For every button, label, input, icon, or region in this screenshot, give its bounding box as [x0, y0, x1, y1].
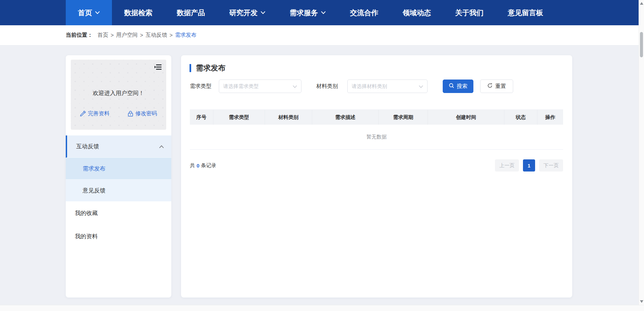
edit-icon: [80, 111, 86, 117]
material-type-label: 材料类别: [316, 80, 338, 93]
chevron-down-icon: [95, 11, 100, 14]
nav-item-label: 领域动态: [403, 8, 431, 18]
column-header-index: 序号: [190, 110, 213, 125]
demand-type-label: 需求类型: [190, 80, 211, 93]
page-title: 需求发布: [196, 63, 226, 73]
column-header-status: 状态: [504, 110, 537, 125]
breadcrumb-home[interactable]: 首页: [97, 32, 108, 39]
material-type-select[interactable]: 请选择材料类别: [347, 80, 428, 93]
table-header: 序号 需求类型 材料类别 需求描述 需求周期 创建时间 状态 操作: [190, 110, 563, 125]
chevron-down-icon: [293, 83, 297, 89]
record-count-prefix: 共: [190, 162, 195, 169]
nav-item-demand-service[interactable]: 需求服务: [277, 0, 338, 25]
sidebar-menu: 互动反馈 需求发布 意见反馈 我的收藏 我的资料: [66, 135, 171, 248]
select-placeholder: 请选择需求类型: [223, 83, 259, 90]
sidebar-item-demand-publish[interactable]: 需求发布: [66, 158, 171, 180]
breadcrumb-current[interactable]: 需求发布: [175, 32, 197, 39]
pagination: 上一页 1 下一页: [495, 159, 563, 172]
sidebar-item-opinion-feedback[interactable]: 意见反馈: [66, 180, 171, 201]
quick-links: 完善资料 修改密码: [71, 110, 166, 117]
nav-item-data-search[interactable]: 数据检索: [112, 0, 165, 25]
scrollbar-down-icon[interactable]: [640, 300, 643, 303]
vertical-scrollbar-thumb[interactable]: [640, 32, 643, 57]
nav-item-about-us[interactable]: 关于我们: [443, 0, 496, 25]
complete-profile-link[interactable]: 完善资料: [71, 110, 119, 117]
nav-item-message-board[interactable]: 意见留言板: [496, 0, 555, 25]
record-count-number: 0: [197, 163, 199, 168]
chevron-down-icon: [261, 11, 265, 14]
sidebar-item-label: 需求发布: [83, 165, 106, 173]
sidebar-item-my-favorites[interactable]: 我的收藏: [66, 201, 171, 225]
breadcrumb: 当前位置： 首页 > 用户空间 > 互动反馈 > 需求发布: [0, 25, 639, 45]
section-title: 需求发布: [189, 63, 226, 73]
prev-page-button[interactable]: 上一页: [495, 159, 519, 172]
nav-item-label: 意见留言板: [508, 8, 543, 18]
column-header-actions: 操作: [537, 110, 563, 125]
record-count-suffix: 条记录: [201, 162, 216, 169]
column-header-created: 创建时间: [428, 110, 504, 125]
next-page-button[interactable]: 下一页: [539, 159, 563, 172]
lock-icon: [128, 111, 133, 117]
table-empty-state: 暂无数据: [190, 125, 563, 150]
main-panel: 需求发布 需求类型 请选择需求类型 材料类别 请选择材料类别 搜索: [181, 55, 572, 298]
nav-item-label: 研究开发: [229, 8, 258, 18]
breadcrumb-feedback[interactable]: 互动反馈: [146, 32, 167, 39]
column-header-demand-type: 需求类型: [213, 110, 265, 125]
sidebar-item-interactive-feedback[interactable]: 互动反馈: [66, 135, 171, 158]
breadcrumb-separator: >: [111, 32, 114, 38]
search-button[interactable]: 搜索: [443, 80, 473, 93]
demand-type-select[interactable]: 请选择需求类型: [219, 80, 301, 93]
nav-item-label: 首页: [78, 8, 92, 18]
nav-item-label: 数据产品: [177, 8, 205, 18]
title-accent-bar: [189, 64, 191, 72]
breadcrumb-user-space[interactable]: 用户空间: [116, 32, 138, 39]
chevron-down-icon: [321, 11, 326, 14]
select-placeholder: 请选择材料类别: [352, 83, 387, 90]
search-button-label: 搜索: [457, 83, 468, 90]
refresh-icon: [487, 83, 493, 90]
collapse-menu-icon[interactable]: [154, 63, 162, 71]
reset-button-label: 重置: [495, 83, 506, 90]
breadcrumb-separator: >: [140, 32, 143, 38]
nav-item-home[interactable]: 首页: [66, 0, 112, 25]
sidebar-item-label: 我的资料: [75, 232, 98, 240]
sidebar-item-label: 互动反馈: [76, 143, 99, 150]
welcome-text: 欢迎进入用户空间！: [71, 89, 166, 97]
page-number-1[interactable]: 1: [523, 159, 535, 172]
sidebar: 欢迎进入用户空间！ 完善资料 修改密码 互动反馈 需求发布: [66, 55, 171, 298]
sidebar-item-label: 我的收藏: [75, 209, 98, 217]
nav-item-label: 交流合作: [350, 8, 378, 18]
nav-item-label: 关于我们: [455, 8, 484, 18]
scrollbar-up-icon[interactable]: [640, 2, 643, 5]
breadcrumb-separator: >: [170, 32, 173, 38]
change-password-link[interactable]: 修改密码: [119, 110, 167, 117]
reset-button[interactable]: 重置: [480, 80, 513, 93]
vertical-scrollbar[interactable]: [639, 0, 644, 305]
column-header-description: 需求描述: [312, 110, 379, 125]
nav-item-label: 需求服务: [290, 8, 318, 18]
filter-row: 需求类型 请选择需求类型 材料类别 请选择材料类别 搜索 重置: [181, 80, 572, 93]
welcome-panel: 欢迎进入用户空间！ 完善资料 修改密码: [71, 60, 166, 130]
demand-table: 序号 需求类型 材料类别 需求描述 需求周期 创建时间 状态 操作 暂无数据: [190, 110, 563, 150]
chevron-up-icon: [159, 143, 164, 150]
quick-link-label: 修改密码: [136, 110, 157, 117]
sidebar-item-label: 意见反馈: [83, 187, 106, 194]
nav-item-cooperation[interactable]: 交流合作: [338, 0, 390, 25]
chevron-down-icon: [419, 83, 423, 89]
breadcrumb-prefix: 当前位置：: [66, 32, 93, 39]
sidebar-item-my-profile[interactable]: 我的资料: [66, 225, 171, 248]
nav-item-field-news[interactable]: 领域动态: [390, 0, 443, 25]
horizontal-scrollbar[interactable]: [0, 305, 644, 311]
table-footer: 共 0 条记录 上一页 1 下一页: [190, 159, 563, 172]
nav-item-research[interactable]: 研究开发: [217, 0, 277, 25]
nav-item-data-products[interactable]: 数据产品: [165, 0, 217, 25]
nav-item-label: 数据检索: [124, 8, 152, 18]
quick-link-label: 完善资料: [88, 110, 110, 117]
column-header-material-type: 材料类别: [265, 110, 313, 125]
column-header-period: 需求周期: [379, 110, 428, 125]
search-icon: [449, 83, 454, 90]
record-count: 共 0 条记录: [190, 162, 216, 169]
top-nav: 首页 数据检索 数据产品 研究开发 需求服务 交流合作 领域动态 关于我们 意见…: [0, 0, 639, 25]
